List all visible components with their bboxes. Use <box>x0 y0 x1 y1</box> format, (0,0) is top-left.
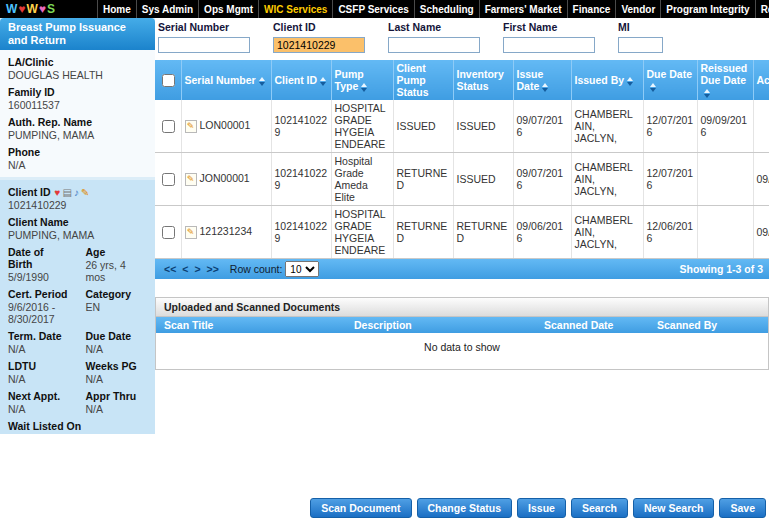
logo-heart-icon: ♥ <box>39 2 47 16</box>
field-value: N/A <box>86 372 148 385</box>
heart-icon[interactable]: ♥ <box>55 187 61 198</box>
last-page-button[interactable]: >> <box>204 263 222 275</box>
id-card-icon[interactable]: ▤ <box>63 187 72 198</box>
nav-item-sys-admin[interactable]: Sys Admin <box>136 0 198 18</box>
client-info-sidebar: Breast Pump Issuance and Return LA/Clini… <box>0 18 155 434</box>
issue-button[interactable]: Issue <box>517 498 566 518</box>
client-id-input[interactable] <box>273 37 365 53</box>
first-page-button[interactable]: << <box>161 263 179 275</box>
field-value: 26 yrs, 4 mos <box>86 258 148 283</box>
col-header-issued-by[interactable]: Issued By <box>571 60 643 100</box>
issue-date-cell: 09/07/2016 <box>513 100 571 153</box>
edit-icon[interactable]: ✎ <box>185 173 197 186</box>
client-pump-status-cell: RETURNED <box>393 206 453 259</box>
col-header-issue-date[interactable]: Issue Date <box>513 60 571 100</box>
nav-item-reports[interactable]: Reports <box>755 0 769 18</box>
row-checkbox[interactable] <box>162 173 175 186</box>
field-label: Appr Thru <box>86 390 148 402</box>
logo-heart-icon: ♥ <box>18 2 26 16</box>
logo-letter: W <box>6 2 18 16</box>
main-content: Serial Number Client ID Pump Type Client… <box>155 60 769 370</box>
nav-item-home[interactable]: Home <box>97 0 136 18</box>
nav-item-csfp-services[interactable]: CSFP Services <box>332 0 413 18</box>
field-value: N/A <box>86 402 148 415</box>
nav-item-ops-mgmt[interactable]: Ops Mgmt <box>198 0 258 18</box>
col-header-inventory-status[interactable]: Inventory Status <box>453 60 513 100</box>
row-checkbox[interactable] <box>162 226 175 239</box>
nav-item-farmers-market[interactable]: Farmers' Market <box>479 0 567 18</box>
pump-type-cell: Hospital Grade Ameda Elite <box>331 153 393 206</box>
field-label: LA/Clinic <box>8 56 147 68</box>
first-name-label: First Name <box>503 21 595 33</box>
mi-label: MI <box>618 21 663 33</box>
client-id-cell: 1021410229 <box>271 100 331 153</box>
col-header-scanned-date[interactable]: Scanned Date <box>536 317 649 333</box>
nav-item-program-integrity[interactable]: Program Integrity <box>660 0 754 18</box>
note-icon[interactable]: ♪ <box>74 187 79 198</box>
client-id-cell: 1021410229 <box>271 206 331 259</box>
prev-page-button[interactable]: < <box>179 263 191 275</box>
inventory-status-cell: RETURNED <box>453 206 513 259</box>
select-all-header <box>155 60 181 100</box>
first-name-input[interactable] <box>503 37 595 53</box>
sort-icon <box>361 83 367 92</box>
client-name-field: Client Name PUMPING, MAMA <box>0 213 155 243</box>
pagination-bar: << < > >> Row count: 10 Showing 1-3 of 3 <box>155 259 769 279</box>
serial-number-label: Serial Number <box>158 21 250 33</box>
mi-input[interactable] <box>618 37 663 53</box>
field-value: PUMPING, MAMA <box>8 128 147 141</box>
change-status-button[interactable]: Change Status <box>417 498 513 518</box>
nav-item-finance[interactable]: Finance <box>567 0 616 18</box>
field-label: Next Appt. <box>8 390 70 402</box>
col-header-serial-number[interactable]: Serial Number <box>181 60 271 100</box>
edit-icon[interactable]: ✎ <box>185 120 197 133</box>
col-header-client-id[interactable]: Client ID <box>271 60 331 100</box>
col-header-due-date[interactable]: Due Date <box>643 60 697 100</box>
row-count-select[interactable]: 10 <box>285 261 319 277</box>
documents-section: Uploaded and Scanned Documents Scan Titl… <box>155 297 769 370</box>
pencil-icon[interactable]: ✎ <box>81 187 89 198</box>
nav-item-scheduling[interactable]: Scheduling <box>414 0 479 18</box>
serial-number: 121231234 <box>200 225 253 237</box>
field-label: Wait Listed On <box>8 420 147 432</box>
row-checkbox-cell <box>155 206 181 259</box>
select-all-checkbox[interactable] <box>162 74 175 87</box>
documents-section-title: Uploaded and Scanned Documents <box>156 298 768 317</box>
col-header-client-pump-status[interactable]: Client Pump Status <box>393 60 453 100</box>
col-header-pump-type[interactable]: Pump Type <box>331 60 393 100</box>
column-label: Issued By <box>575 74 625 86</box>
save-button[interactable]: Save <box>719 498 766 518</box>
col-header-reissued-due-date[interactable]: Reissued Due Date <box>697 60 753 100</box>
nav-item-vendor[interactable]: Vendor <box>615 0 660 18</box>
issue-date-cell: 09/07/2016 <box>513 153 571 206</box>
edit-icon[interactable]: ✎ <box>185 226 197 239</box>
scan-document-button[interactable]: Scan Document <box>310 498 411 518</box>
next-appt-field: Next Appt. N/A <box>0 387 78 417</box>
sort-icon <box>259 77 265 86</box>
col-header-scanned-by[interactable]: Scanned By <box>649 317 768 333</box>
column-label: Inventory Status <box>457 68 504 92</box>
col-header-actual-return[interactable]: Ac <box>753 60 769 100</box>
col-header-description[interactable]: Description <box>346 317 536 333</box>
field-label: Due Date <box>86 330 148 342</box>
column-label: Ac <box>757 74 769 86</box>
serial-number-input[interactable] <box>158 37 250 53</box>
search-button[interactable]: Search <box>571 498 628 518</box>
client-id-label: Client ID <box>8 186 51 198</box>
row-checkbox[interactable] <box>162 120 175 133</box>
action-button-bar: Scan Document Change Status Issue Search… <box>310 498 766 518</box>
field-label: Auth. Rep. Name <box>8 116 147 128</box>
column-label: Pump Type <box>335 68 364 92</box>
auth-rep-field: Auth. Rep. Name PUMPING, MAMA <box>0 113 155 143</box>
phone-field: Phone N/A <box>0 143 155 173</box>
col-header-scan-title[interactable]: Scan Title <box>156 317 346 333</box>
serial-cell: ✎121231234 <box>181 206 271 259</box>
nav-item-wic-services[interactable]: WIC Services <box>258 0 332 18</box>
new-search-button[interactable]: New Search <box>633 498 715 518</box>
field-label: Cert. Period <box>8 288 70 300</box>
issued-by-cell: CHAMBERLAIN, JACLYN, <box>571 153 643 206</box>
appr-thru-field: Appr Thru N/A <box>78 387 156 417</box>
next-page-button[interactable]: > <box>191 263 203 275</box>
last-name-input[interactable] <box>388 37 480 53</box>
logo-letter: S <box>47 2 56 16</box>
